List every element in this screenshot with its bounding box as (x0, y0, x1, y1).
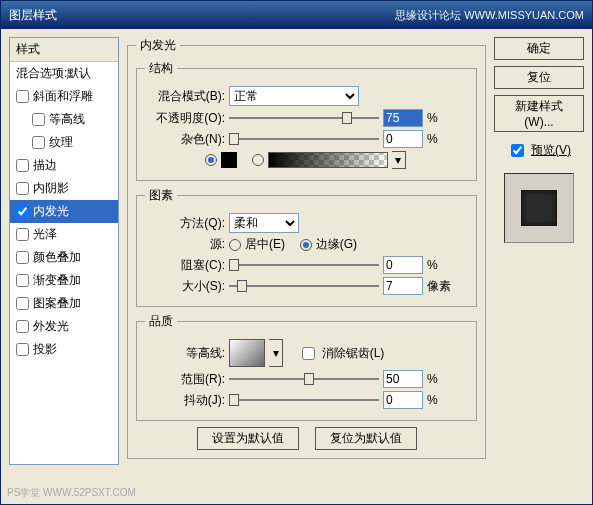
jitter-input[interactable] (383, 391, 423, 409)
inner-glow-group: 内发光 结构 混合模式(B): 正常 不透明度(O): % 杂色(N): (127, 37, 486, 459)
style-checkbox[interactable] (16, 251, 29, 264)
color-radio[interactable] (205, 154, 217, 166)
titlebar: 图层样式 思缘设计论坛 WWW.MISSYUAN.COM (1, 1, 592, 29)
reset-default-button[interactable]: 复位为默认值 (315, 427, 417, 450)
gradient-radio[interactable] (252, 154, 264, 166)
main-title: 内发光 (136, 37, 180, 54)
jitter-slider[interactable] (229, 392, 379, 408)
ok-button[interactable]: 确定 (494, 37, 584, 60)
style-item[interactable]: 斜面和浮雕 (10, 85, 118, 108)
style-item[interactable]: 内阴影 (10, 177, 118, 200)
opacity-label: 不透明度(O): (145, 110, 225, 127)
contour-label: 等高线: (145, 345, 225, 362)
noise-label: 杂色(N): (145, 131, 225, 148)
color-swatch[interactable] (221, 152, 237, 168)
style-checkbox[interactable] (16, 205, 29, 218)
contour-dropdown[interactable]: ▾ (269, 339, 283, 367)
style-checkbox[interactable] (16, 320, 29, 333)
style-label: 投影 (33, 341, 57, 358)
style-item[interactable]: 渐变叠加 (10, 269, 118, 292)
style-label: 内发光 (33, 203, 69, 220)
style-checkbox[interactable] (16, 274, 29, 287)
style-label: 等高线 (49, 111, 85, 128)
style-label: 描边 (33, 157, 57, 174)
gradient-dropdown[interactable]: ▾ (392, 151, 406, 169)
source-edge-radio[interactable] (300, 239, 312, 251)
style-label: 图案叠加 (33, 295, 81, 312)
preview-swatch (521, 190, 557, 226)
window-title: 图层样式 (9, 7, 57, 24)
choke-slider[interactable] (229, 257, 379, 273)
preview-box (504, 173, 574, 243)
main-panel: 内发光 结构 混合模式(B): 正常 不透明度(O): % 杂色(N): (127, 37, 486, 465)
style-label: 光泽 (33, 226, 57, 243)
blend-mode-select[interactable]: 正常 (229, 86, 359, 106)
layer-style-dialog: 图层样式 思缘设计论坛 WWW.MISSYUAN.COM 样式 混合选项:默认 … (0, 0, 593, 505)
style-checkbox[interactable] (32, 113, 45, 126)
styles-header: 样式 (10, 38, 118, 62)
style-item[interactable]: 纹理 (10, 131, 118, 154)
opacity-input[interactable] (383, 109, 423, 127)
title-right: 思缘设计论坛 WWW.MISSYUAN.COM (395, 8, 584, 23)
range-label: 范围(R): (145, 371, 225, 388)
size-label: 大小(S): (145, 278, 225, 295)
styles-list: 样式 混合选项:默认 斜面和浮雕等高线纹理描边内阴影内发光光泽颜色叠加渐变叠加图… (9, 37, 119, 465)
opacity-slider[interactable] (229, 110, 379, 126)
new-style-button[interactable]: 新建样式(W)... (494, 95, 584, 132)
style-label: 纹理 (49, 134, 73, 151)
style-label: 斜面和浮雕 (33, 88, 93, 105)
style-checkbox[interactable] (16, 90, 29, 103)
style-label: 外发光 (33, 318, 69, 335)
blend-mode-label: 混合模式(B): (145, 88, 225, 105)
style-item[interactable]: 光泽 (10, 223, 118, 246)
right-panel: 确定 复位 新建样式(W)... 预览(V) (494, 37, 584, 465)
style-checkbox[interactable] (16, 343, 29, 356)
style-item[interactable]: 内发光 (10, 200, 118, 223)
style-label: 颜色叠加 (33, 249, 81, 266)
structure-group: 结构 混合模式(B): 正常 不透明度(O): % 杂色(N): (136, 60, 477, 181)
style-checkbox[interactable] (16, 228, 29, 241)
blend-options-item[interactable]: 混合选项:默认 (10, 62, 118, 85)
style-item[interactable]: 投影 (10, 338, 118, 361)
jitter-label: 抖动(J): (145, 392, 225, 409)
noise-input[interactable] (383, 130, 423, 148)
style-checkbox[interactable] (32, 136, 45, 149)
technique-select[interactable]: 柔和 (229, 213, 299, 233)
size-input[interactable] (383, 277, 423, 295)
source-label: 源: (145, 236, 225, 253)
noise-slider[interactable] (229, 131, 379, 147)
choke-input[interactable] (383, 256, 423, 274)
elements-group: 图素 方法(Q): 柔和 源: 居中(E) 边缘(G) 阻塞(C (136, 187, 477, 307)
contour-picker[interactable] (229, 339, 265, 367)
style-checkbox[interactable] (16, 297, 29, 310)
watermark: PS学堂 WWW.52PSXT.COM (7, 486, 136, 500)
range-slider[interactable] (229, 371, 379, 387)
quality-group: 品质 等高线: ▾ 消除锯齿(L) 范围(R): % (136, 313, 477, 421)
gradient-preview[interactable] (268, 152, 388, 168)
style-item[interactable]: 描边 (10, 154, 118, 177)
style-item[interactable]: 图案叠加 (10, 292, 118, 315)
range-input[interactable] (383, 370, 423, 388)
source-center-radio[interactable] (229, 239, 241, 251)
technique-label: 方法(Q): (145, 215, 225, 232)
style-label: 渐变叠加 (33, 272, 81, 289)
style-checkbox[interactable] (16, 182, 29, 195)
style-checkbox[interactable] (16, 159, 29, 172)
choke-label: 阻塞(C): (145, 257, 225, 274)
style-item[interactable]: 等高线 (10, 108, 118, 131)
preview-checkbox[interactable] (511, 144, 524, 157)
cancel-button[interactable]: 复位 (494, 66, 584, 89)
make-default-button[interactable]: 设置为默认值 (197, 427, 299, 450)
size-slider[interactable] (229, 278, 379, 294)
style-label: 内阴影 (33, 180, 69, 197)
style-item[interactable]: 外发光 (10, 315, 118, 338)
style-item[interactable]: 颜色叠加 (10, 246, 118, 269)
anti-alias-checkbox[interactable] (302, 347, 315, 360)
